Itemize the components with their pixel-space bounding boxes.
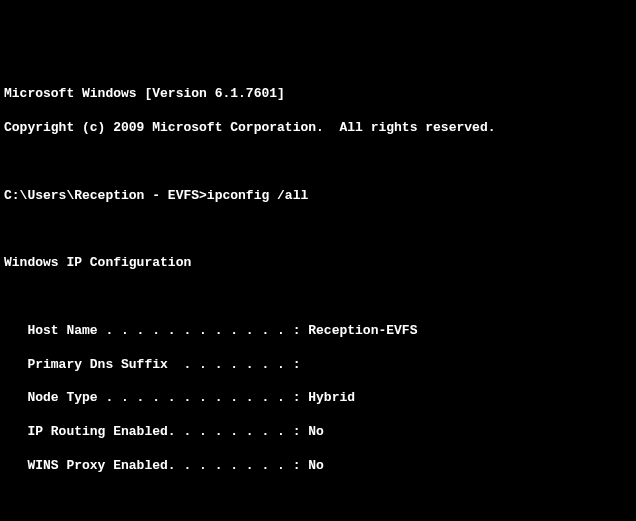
terminal-output[interactable]: Microsoft Windows [Version 6.1.7601] Cop…: [4, 70, 632, 521]
command-prompt: C:\Users\Reception - EVFS>ipconfig /all: [4, 188, 632, 205]
section-title-ipconfig: Windows IP Configuration: [4, 255, 632, 272]
host-config-row: Host Name . . . . . . . . . . . . : Rece…: [4, 323, 632, 340]
field-value: Hybrid: [308, 390, 355, 405]
blank-line: [4, 222, 632, 239]
field-label: Node Type . . . . . . . . . . . . :: [4, 390, 308, 405]
host-config-row: Primary Dns Suffix . . . . . . . :: [4, 357, 632, 374]
field-label: IP Routing Enabled. . . . . . . . :: [4, 424, 308, 439]
blank-line: [4, 492, 632, 509]
host-config-row: IP Routing Enabled. . . . . . . . : No: [4, 424, 632, 441]
field-label: Host Name . . . . . . . . . . . . :: [4, 323, 308, 338]
header-version: Microsoft Windows [Version 6.1.7601]: [4, 86, 632, 103]
field-value: Reception-EVFS: [308, 323, 417, 338]
blank-line: [4, 289, 632, 306]
field-label: WINS Proxy Enabled. . . . . . . . :: [4, 458, 308, 473]
field-value: No: [308, 424, 324, 439]
blank-line: [4, 154, 632, 171]
header-copyright: Copyright (c) 2009 Microsoft Corporation…: [4, 120, 632, 137]
field-label: Primary Dns Suffix . . . . . . . :: [4, 357, 300, 372]
host-config-row: Node Type . . . . . . . . . . . . : Hybr…: [4, 390, 632, 407]
field-value: No: [308, 458, 324, 473]
host-config-row: WINS Proxy Enabled. . . . . . . . : No: [4, 458, 632, 475]
